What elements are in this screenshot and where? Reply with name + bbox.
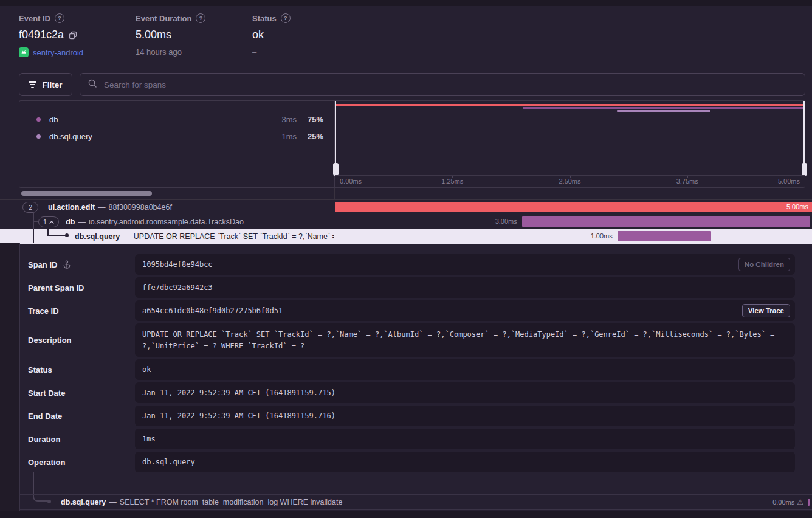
detail-label: Duration [28, 435, 60, 444]
span-op: db [66, 218, 75, 226]
help-icon[interactable]: ? [281, 13, 291, 23]
description-value: UPDATE OR REPLACE `Track` SET `TrackId` … [142, 329, 788, 351]
minimap-span-db [523, 107, 805, 109]
separator: — [78, 218, 86, 226]
event-age: 14 hours ago [136, 47, 182, 57]
span-row-db-sql-query-selected[interactable]: db.sql.query — UPDATE OR REPLACE `Track`… [0, 229, 812, 244]
minimap-left-handle[interactable] [335, 101, 336, 176]
bottom-edge [0, 511, 812, 518]
span-bar[interactable] [618, 231, 712, 241]
event-duration-label: Event Duration [136, 14, 191, 23]
end-date-value-box: Jan 11, 2022 9:52:39 AM CET (1641891159.… [135, 406, 795, 426]
tick-1: 1.25ms [441, 178, 463, 185]
span-detail-page: Event ID ? f0491c2a sentry-android Event… [0, 0, 812, 518]
detail-label: Span ID [28, 260, 57, 269]
span-row-db[interactable]: 1 db — io.sentry.android.roomsample.data… [0, 215, 812, 230]
tree-guide-line [34, 221, 38, 222]
filter-icon [29, 81, 36, 88]
tick-3: 3.75ms [676, 178, 698, 185]
children-count-pill[interactable]: 1 [38, 216, 59, 227]
event-id-label: Event ID [19, 14, 50, 23]
tick-2: 2.50ms [559, 178, 580, 185]
operation-value: db.sql.query [142, 458, 256, 466]
span-duration-label: 3.00ms [495, 218, 517, 225]
tick-4: 5.00ms [778, 178, 800, 185]
copy-icon[interactable] [69, 31, 77, 40]
detail-label: End Date [28, 412, 62, 421]
span-duration-label: 0.00ms [772, 495, 794, 509]
trace-id-value: a654cc61dc0b48ef9d0b27275b6f0d51 [142, 306, 343, 315]
detail-left-margin [0, 243, 20, 511]
children-count-pill[interactable]: 2 [22, 202, 38, 213]
span-row-db-sql-query-footer[interactable]: db.sql.query — SELECT * FROM room_table_… [19, 494, 812, 510]
detail-row-span-id: Span ID 1095bd4ef8e94bcc No Children [28, 254, 795, 275]
detail-label: Description [28, 336, 72, 345]
warning-icon: ⚠ [797, 495, 803, 509]
status-value-box: ok [135, 359, 795, 380]
operation-value-box: db.sql.query [135, 452, 795, 472]
separator: — [109, 498, 117, 506]
span-bar[interactable] [522, 216, 810, 227]
chevron-up-icon [49, 221, 54, 224]
anchor-icon[interactable] [63, 260, 71, 269]
ops-breakdown-row-db[interactable]: db 3ms 75% [19, 111, 334, 128]
ops-breakdown-row-db-sql-query[interactable]: db.sql.query 1ms 25% [19, 128, 334, 145]
op-name: db.sql.query [49, 132, 92, 141]
detail-row-parent-span-id: Parent Span ID ffe7dbc92a6942c3 [28, 277, 795, 298]
detail-label: Parent Span ID [28, 283, 84, 292]
detail-row-start-date: Start Date Jan 11, 2022 9:52:39 AM CET (… [28, 382, 795, 403]
minimap-chart[interactable]: 0.00ms 1.25ms 2.50ms 3.75ms 5.00ms [335, 101, 805, 187]
filter-button-label: Filter [42, 80, 62, 89]
detail-row-duration: Duration 1ms [28, 429, 795, 449]
horizontal-scrollbar[interactable] [21, 191, 152, 196]
duration-value-box: 1ms [135, 429, 795, 449]
help-icon[interactable]: ? [196, 13, 205, 23]
search-input[interactable] [103, 80, 797, 90]
event-duration-column: Event Duration ? 5.00ms 14 hours ago [136, 13, 205, 57]
span-desc: 88f300998a0b4e6f [109, 203, 172, 212]
span-bar[interactable]: 5.00ms [335, 202, 812, 212]
detail-row-end-date: End Date Jan 11, 2022 9:52:39 AM CET (16… [28, 406, 795, 426]
search-icon [88, 78, 97, 91]
op-duration: 1ms [265, 132, 297, 141]
status-sub: – [252, 47, 256, 57]
span-desc: UPDATE OR REPLACE `Track` SET `TrackId` … [134, 232, 334, 241]
span-bar-duration: 5.00ms [335, 202, 812, 212]
minimap-right-handle[interactable] [803, 101, 805, 176]
detail-row-status: Status ok [28, 359, 795, 380]
op-percent: 25% [297, 132, 323, 141]
op-duration: 3ms [265, 115, 297, 124]
view-trace-button[interactable]: View Trace [742, 304, 790, 317]
span-op: ui.action.edit [48, 203, 95, 212]
span-search[interactable] [80, 73, 805, 96]
trace-id-value-box: a654cc61dc0b48ef9d0b27275b6f0d51 View Tr… [135, 300, 795, 321]
detail-row-trace-id: Trace ID a654cc61dc0b48ef9d0b27275b6f0d5… [28, 300, 795, 321]
span-status-value: ok [142, 365, 212, 374]
op-percent: 75% [297, 115, 323, 124]
top-edge [0, 0, 812, 6]
toolbar: Filter [19, 73, 805, 96]
tree-guide-line [33, 472, 34, 495]
tree-scroll-row [0, 188, 812, 200]
op-color-dot [36, 117, 41, 122]
detail-label: Status [28, 365, 52, 375]
event-id-label-row: Event ID ? [19, 13, 83, 23]
event-id-column: Event ID ? f0491c2a sentry-android [19, 13, 83, 57]
span-desc: SELECT * FROM room_table_modification_lo… [120, 498, 343, 506]
android-platform-icon [19, 47, 29, 57]
parent-span-id-value-box: ffe7dbc92a6942c3 [135, 277, 795, 298]
span-details-panel: Span ID 1095bd4ef8e94bcc No Children Par… [28, 254, 795, 472]
detail-label: Trace ID [28, 306, 59, 316]
no-children-button: No Children [738, 258, 790, 271]
event-id-value: f0491c2a [19, 29, 64, 41]
time-axis: 0.00ms 1.25ms 2.50ms 3.75ms 5.00ms [335, 175, 805, 187]
tree-guide-line [33, 229, 34, 243]
filter-button[interactable]: Filter [19, 73, 72, 96]
project-link[interactable]: sentry-android [33, 48, 83, 57]
help-icon[interactable]: ? [55, 13, 64, 23]
span-row-ui-action-edit[interactable]: 2 ui.action.edit — 88f300998a0b4e6f 5.00… [0, 200, 812, 215]
span-desc: io.sentry.android.roomsample.data.Tracks… [89, 218, 244, 226]
ops-breakdown: db 3ms 75% db.sql.query 1ms 25% [19, 101, 335, 187]
span-id-value: 1095bd4ef8e94bcc [142, 260, 274, 269]
detail-label: Start Date [28, 388, 65, 398]
